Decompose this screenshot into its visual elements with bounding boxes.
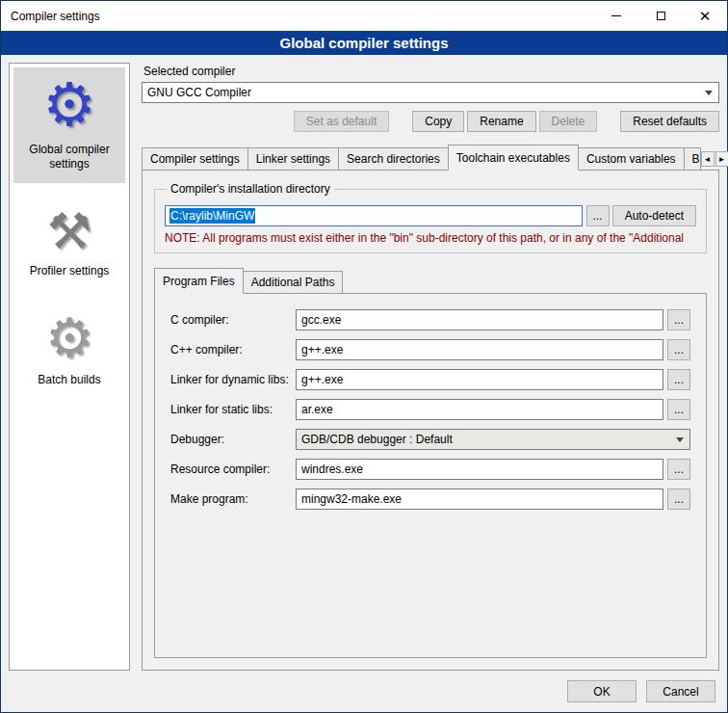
tab-toolchain-executables[interactable]: Toolchain executables — [448, 145, 579, 171]
compiler-buttons-row: Set as default Copy Rename Delete Reset … — [142, 111, 719, 132]
toolchain-tab-panel: Compiler's installation directory C:\ray… — [142, 170, 719, 671]
tab-scroll-right-icon[interactable]: ► — [715, 151, 728, 167]
autodetect-button[interactable]: Auto-detect — [612, 205, 696, 226]
static-linker-browse-button[interactable]: ... — [667, 399, 690, 420]
static-linker-input[interactable] — [296, 399, 663, 420]
sidebar-item-profiler-settings[interactable]: ⚒ Profiler settings — [13, 191, 125, 290]
sidebar-item-label: Batch builds — [15, 373, 123, 387]
make-program-browse-button[interactable]: ... — [667, 489, 690, 510]
ok-button[interactable]: OK — [567, 680, 637, 702]
resource-compiler-browse-button[interactable]: ... — [667, 459, 690, 480]
close-icon: ✕ — [699, 9, 712, 23]
tab-search-directories[interactable]: Search directories — [338, 147, 449, 170]
selected-compiler-value: GNU GCC Compiler — [147, 86, 251, 99]
maximize-button[interactable] — [638, 1, 683, 31]
dialog-footer: OK Cancel — [1, 674, 727, 712]
page-title: Global compiler settings — [1, 31, 727, 55]
delete-button[interactable]: Delete — [539, 111, 598, 132]
subtab-additional-paths[interactable]: Additional Paths — [243, 271, 344, 293]
install-dir-selected-text: C:\raylib\MinGW — [169, 208, 255, 224]
chevron-down-icon — [705, 91, 713, 95]
copy-button[interactable]: Copy — [412, 111, 464, 132]
compiler-settings-window: Compiler settings ✕ Global compiler sett… — [0, 0, 728, 713]
c-compiler-row: C compiler: ... — [170, 309, 690, 330]
tab-scroll-left-icon[interactable]: ◄ — [701, 151, 715, 167]
minimize-icon — [611, 15, 621, 16]
tab-linker-settings[interactable]: Linker settings — [247, 147, 339, 170]
main-panel: Selected compiler GNU GCC Compiler Set a… — [142, 63, 719, 671]
resource-compiler-row: Resource compiler: ... — [170, 459, 690, 480]
debugger-label: Debugger: — [170, 433, 296, 446]
dynamic-linker-label: Linker for dynamic libs: — [170, 373, 296, 386]
maximize-icon — [657, 12, 665, 20]
debugger-row: Debugger: GDB/CDB debugger : Default — [170, 429, 690, 450]
cpp-compiler-row: C++ compiler: ... — [170, 339, 690, 360]
cancel-button[interactable]: Cancel — [646, 680, 715, 702]
rename-button[interactable]: Rename — [467, 111, 535, 132]
set-as-default-button[interactable]: Set as default — [294, 111, 389, 132]
settings-sidebar: ⚙ Global compiler settings ⚒ Profiler se… — [9, 63, 130, 671]
tab-scroll-arrows: ◄ ► — [700, 151, 728, 170]
dialog-body: ⚙ Global compiler settings ⚒ Profiler se… — [1, 55, 727, 674]
program-files-subtabbar: Program Files Additional Paths — [154, 267, 707, 293]
c-compiler-label: C compiler: — [170, 313, 296, 327]
debugger-value: GDB/CDB debugger : Default — [301, 433, 453, 446]
program-files-panel: C compiler: ... C++ compiler: ... Linker… — [154, 293, 707, 658]
selected-compiler-dropdown[interactable]: GNU GCC Compiler — [142, 82, 719, 103]
tab-compiler-settings[interactable]: Compiler settings — [142, 147, 248, 170]
cpp-compiler-input[interactable] — [296, 339, 663, 360]
cpp-compiler-browse-button[interactable]: ... — [667, 339, 690, 360]
profiler-icon: ⚒ — [15, 206, 123, 256]
installation-directory-row: C:\raylib\MinGW ... Auto-detect — [165, 205, 696, 226]
install-dir-browse-button[interactable]: ... — [586, 205, 610, 226]
gear-gray-icon: ⚙ — [15, 311, 123, 365]
subtab-program-files[interactable]: Program Files — [154, 268, 244, 294]
installation-directory-groupbox: Compiler's installation directory C:\ray… — [154, 182, 707, 253]
titlebar[interactable]: Compiler settings ✕ — [1, 1, 727, 31]
gear-blue-icon: ⚙ — [15, 75, 123, 135]
static-linker-label: Linker for static libs: — [170, 403, 296, 416]
minimize-button[interactable] — [594, 1, 638, 31]
make-program-label: Make program: — [170, 492, 296, 506]
make-program-input[interactable] — [296, 489, 663, 510]
dynamic-linker-row: Linker for dynamic libs: ... — [170, 369, 690, 390]
cpp-compiler-label: C++ compiler: — [170, 343, 296, 356]
bin-subdirectory-note: NOTE: All programs must exist either in … — [165, 231, 696, 245]
dynamic-linker-input[interactable] — [296, 369, 663, 390]
install-dir-input[interactable]: C:\raylib\MinGW — [165, 205, 583, 226]
sidebar-item-global-compiler-settings[interactable]: ⚙ Global compiler settings — [13, 67, 125, 183]
dynamic-linker-browse-button[interactable]: ... — [667, 369, 690, 390]
sidebar-item-batch-builds[interactable]: ⚙ Batch builds — [13, 298, 125, 399]
close-button[interactable]: ✕ — [683, 1, 727, 31]
tab-custom-variables[interactable]: Custom variables — [578, 147, 685, 170]
sidebar-item-label: Profiler settings — [15, 264, 123, 278]
c-compiler-input[interactable] — [296, 309, 663, 330]
c-compiler-browse-button[interactable]: ... — [667, 309, 690, 330]
selected-compiler-label: Selected compiler — [143, 65, 719, 78]
resource-compiler-input[interactable] — [296, 459, 663, 480]
resource-compiler-label: Resource compiler: — [170, 462, 296, 476]
chevron-down-icon — [676, 437, 684, 442]
installation-directory-legend: Compiler's installation directory — [167, 182, 334, 196]
sidebar-item-label: Global compiler settings — [15, 143, 123, 172]
make-program-row: Make program: ... — [170, 489, 690, 510]
window-title: Compiler settings — [1, 10, 100, 23]
reset-defaults-button[interactable]: Reset defaults — [620, 111, 719, 132]
static-linker-row: Linker for static libs: ... — [170, 399, 690, 420]
debugger-dropdown[interactable]: GDB/CDB debugger : Default — [296, 429, 690, 450]
settings-tabbar: Compiler settings Linker settings Search… — [142, 144, 719, 170]
tab-build-options[interactable]: Build — [684, 147, 701, 170]
